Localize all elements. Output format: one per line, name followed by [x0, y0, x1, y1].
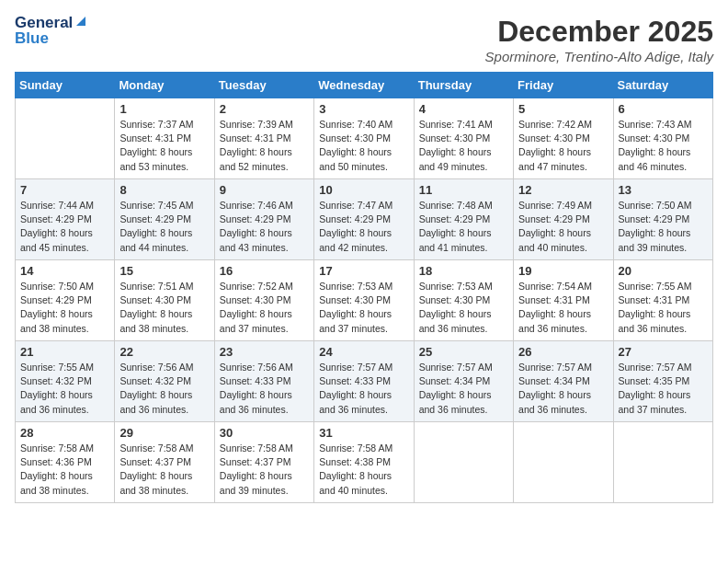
- day-info: Sunrise: 7:45 AM Sunset: 4:29 PM Dayligh…: [119, 199, 209, 255]
- day-info: Sunrise: 7:57 AM Sunset: 4:34 PM Dayligh…: [419, 361, 508, 417]
- day-number: 8: [119, 183, 209, 197]
- day-number: 24: [319, 345, 408, 359]
- calendar-cell: 12Sunrise: 7:49 AM Sunset: 4:29 PM Dayli…: [514, 179, 613, 260]
- day-info: Sunrise: 7:50 AM Sunset: 4:29 PM Dayligh…: [20, 280, 109, 336]
- day-number: 15: [119, 264, 209, 278]
- day-number: 13: [619, 183, 708, 197]
- day-info: Sunrise: 7:58 AM Sunset: 4:38 PM Dayligh…: [319, 442, 408, 498]
- day-info: Sunrise: 7:56 AM Sunset: 4:33 PM Dayligh…: [220, 361, 309, 417]
- day-info: Sunrise: 7:48 AM Sunset: 4:29 PM Dayligh…: [419, 199, 508, 255]
- calendar-header-row: SundayMondayTuesdayWednesdayThursdayFrid…: [16, 73, 713, 98]
- day-number: 17: [319, 264, 408, 278]
- calendar-cell: 15Sunrise: 7:51 AM Sunset: 4:30 PM Dayli…: [115, 260, 214, 341]
- calendar-cell: 27Sunrise: 7:57 AM Sunset: 4:35 PM Dayli…: [613, 341, 712, 422]
- day-number: 28: [20, 426, 109, 440]
- calendar-cell: 19Sunrise: 7:54 AM Sunset: 4:31 PM Dayli…: [514, 260, 613, 341]
- calendar-cell: [16, 98, 115, 179]
- day-info: Sunrise: 7:53 AM Sunset: 4:30 PM Dayligh…: [419, 280, 508, 336]
- calendar-cell: 2Sunrise: 7:39 AM Sunset: 4:31 PM Daylig…: [214, 98, 313, 179]
- calendar-cell: 17Sunrise: 7:53 AM Sunset: 4:30 PM Dayli…: [314, 260, 414, 341]
- day-number: 11: [419, 183, 508, 197]
- day-of-week-header: Saturday: [613, 73, 712, 98]
- calendar-cell: [514, 422, 613, 503]
- day-info: Sunrise: 7:55 AM Sunset: 4:32 PM Dayligh…: [20, 361, 109, 417]
- day-info: Sunrise: 7:49 AM Sunset: 4:29 PM Dayligh…: [518, 199, 608, 255]
- day-number: 31: [319, 426, 408, 440]
- calendar-table: SundayMondayTuesdayWednesdayThursdayFrid…: [15, 72, 713, 503]
- calendar-cell: [613, 422, 712, 503]
- day-number: 12: [518, 183, 608, 197]
- calendar-cell: 7Sunrise: 7:44 AM Sunset: 4:29 PM Daylig…: [16, 179, 115, 260]
- title-block: December 2025 Sporminore, Trentino-Alto …: [485, 15, 713, 64]
- day-info: Sunrise: 7:57 AM Sunset: 4:33 PM Dayligh…: [319, 361, 408, 417]
- day-of-week-header: Thursday: [414, 73, 513, 98]
- day-number: 16: [220, 264, 309, 278]
- calendar-cell: 9Sunrise: 7:46 AM Sunset: 4:29 PM Daylig…: [214, 179, 313, 260]
- day-number: 25: [419, 345, 508, 359]
- day-info: Sunrise: 7:55 AM Sunset: 4:31 PM Dayligh…: [619, 280, 708, 336]
- calendar-cell: 22Sunrise: 7:56 AM Sunset: 4:32 PM Dayli…: [115, 341, 214, 422]
- day-info: Sunrise: 7:44 AM Sunset: 4:29 PM Dayligh…: [20, 199, 109, 255]
- day-of-week-header: Monday: [115, 73, 214, 98]
- day-number: 20: [619, 264, 708, 278]
- day-number: 26: [518, 345, 608, 359]
- day-info: Sunrise: 7:47 AM Sunset: 4:29 PM Dayligh…: [319, 199, 408, 255]
- calendar-cell: [414, 422, 513, 503]
- calendar-cell: 10Sunrise: 7:47 AM Sunset: 4:29 PM Dayli…: [314, 179, 414, 260]
- day-number: 5: [518, 102, 608, 116]
- calendar-cell: 23Sunrise: 7:56 AM Sunset: 4:33 PM Dayli…: [214, 341, 313, 422]
- day-number: 2: [220, 102, 309, 116]
- calendar-cell: 4Sunrise: 7:41 AM Sunset: 4:30 PM Daylig…: [414, 98, 513, 179]
- day-info: Sunrise: 7:58 AM Sunset: 4:37 PM Dayligh…: [220, 442, 309, 498]
- calendar-cell: 31Sunrise: 7:58 AM Sunset: 4:38 PM Dayli…: [314, 422, 414, 503]
- calendar-cell: 6Sunrise: 7:43 AM Sunset: 4:30 PM Daylig…: [613, 98, 712, 179]
- logo-blue: Blue: [15, 30, 87, 48]
- calendar-cell: 14Sunrise: 7:50 AM Sunset: 4:29 PM Dayli…: [16, 260, 115, 341]
- calendar-week-row: 7Sunrise: 7:44 AM Sunset: 4:29 PM Daylig…: [16, 179, 713, 260]
- month-title: December 2025: [485, 15, 713, 49]
- calendar-cell: 24Sunrise: 7:57 AM Sunset: 4:33 PM Dayli…: [314, 341, 414, 422]
- day-info: Sunrise: 7:51 AM Sunset: 4:30 PM Dayligh…: [119, 280, 209, 336]
- calendar-cell: 26Sunrise: 7:57 AM Sunset: 4:34 PM Dayli…: [514, 341, 613, 422]
- day-number: 18: [419, 264, 508, 278]
- day-of-week-header: Sunday: [16, 73, 115, 98]
- day-info: Sunrise: 7:42 AM Sunset: 4:30 PM Dayligh…: [518, 118, 608, 174]
- day-number: 29: [119, 426, 209, 440]
- day-number: 10: [319, 183, 408, 197]
- day-info: Sunrise: 7:46 AM Sunset: 4:29 PM Dayligh…: [220, 199, 309, 255]
- calendar-cell: 20Sunrise: 7:55 AM Sunset: 4:31 PM Dayli…: [613, 260, 712, 341]
- day-info: Sunrise: 7:50 AM Sunset: 4:29 PM Dayligh…: [619, 199, 708, 255]
- day-number: 21: [20, 345, 109, 359]
- day-info: Sunrise: 7:58 AM Sunset: 4:36 PM Dayligh…: [20, 442, 109, 498]
- day-of-week-header: Wednesday: [314, 73, 414, 98]
- day-number: 9: [220, 183, 309, 197]
- day-number: 19: [518, 264, 608, 278]
- calendar-cell: 11Sunrise: 7:48 AM Sunset: 4:29 PM Dayli…: [414, 179, 513, 260]
- calendar-cell: 28Sunrise: 7:58 AM Sunset: 4:36 PM Dayli…: [16, 422, 115, 503]
- day-of-week-header: Friday: [514, 73, 613, 98]
- day-info: Sunrise: 7:57 AM Sunset: 4:34 PM Dayligh…: [518, 361, 608, 417]
- calendar-cell: 30Sunrise: 7:58 AM Sunset: 4:37 PM Dayli…: [214, 422, 313, 503]
- day-info: Sunrise: 7:40 AM Sunset: 4:30 PM Dayligh…: [319, 118, 408, 174]
- day-number: 1: [119, 102, 209, 116]
- day-info: Sunrise: 7:57 AM Sunset: 4:35 PM Dayligh…: [619, 361, 708, 417]
- calendar-cell: 8Sunrise: 7:45 AM Sunset: 4:29 PM Daylig…: [115, 179, 214, 260]
- day-info: Sunrise: 7:53 AM Sunset: 4:30 PM Dayligh…: [319, 280, 408, 336]
- calendar-cell: 1Sunrise: 7:37 AM Sunset: 4:31 PM Daylig…: [115, 98, 214, 179]
- day-info: Sunrise: 7:54 AM Sunset: 4:31 PM Dayligh…: [518, 280, 608, 336]
- calendar-week-row: 28Sunrise: 7:58 AM Sunset: 4:36 PM Dayli…: [16, 422, 713, 503]
- calendar-week-row: 1Sunrise: 7:37 AM Sunset: 4:31 PM Daylig…: [16, 98, 713, 179]
- day-number: 14: [20, 264, 109, 278]
- day-info: Sunrise: 7:52 AM Sunset: 4:30 PM Dayligh…: [220, 280, 309, 336]
- day-info: Sunrise: 7:56 AM Sunset: 4:32 PM Dayligh…: [119, 361, 209, 417]
- day-info: Sunrise: 7:37 AM Sunset: 4:31 PM Dayligh…: [119, 118, 209, 174]
- day-info: Sunrise: 7:43 AM Sunset: 4:30 PM Dayligh…: [619, 118, 708, 174]
- day-info: Sunrise: 7:39 AM Sunset: 4:31 PM Dayligh…: [220, 118, 309, 174]
- day-number: 22: [119, 345, 209, 359]
- calendar-cell: 16Sunrise: 7:52 AM Sunset: 4:30 PM Dayli…: [214, 260, 313, 341]
- location: Sporminore, Trentino-Alto Adige, Italy: [485, 49, 713, 64]
- calendar-cell: 29Sunrise: 7:58 AM Sunset: 4:37 PM Dayli…: [115, 422, 214, 503]
- calendar-cell: 13Sunrise: 7:50 AM Sunset: 4:29 PM Dayli…: [613, 179, 712, 260]
- calendar-cell: 21Sunrise: 7:55 AM Sunset: 4:32 PM Dayli…: [16, 341, 115, 422]
- day-number: 23: [220, 345, 309, 359]
